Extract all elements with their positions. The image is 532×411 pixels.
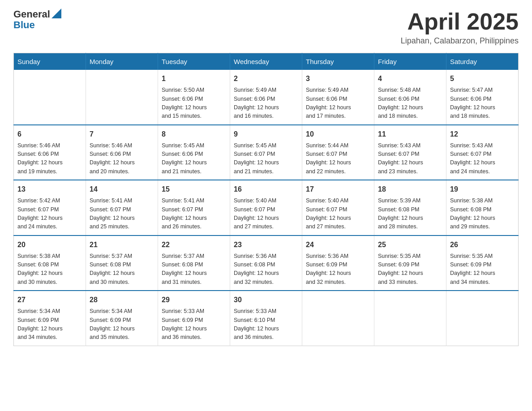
day-info: Sunrise: 5:49 AM Sunset: 6:06 PM Dayligh…	[234, 86, 298, 121]
day-number: 27	[17, 295, 82, 305]
calendar-cell: 27Sunrise: 5:34 AM Sunset: 6:09 PM Dayli…	[14, 291, 86, 346]
day-info: Sunrise: 5:40 AM Sunset: 6:07 PM Dayligh…	[306, 197, 370, 231]
month-title: April 2025	[401, 9, 519, 34]
calendar-cell: 16Sunrise: 5:40 AM Sunset: 6:07 PM Dayli…	[230, 180, 302, 235]
logo-general-text: General	[13, 9, 50, 20]
day-info: Sunrise: 5:33 AM Sunset: 6:09 PM Dayligh…	[162, 307, 226, 342]
day-number: 25	[378, 240, 442, 250]
calendar-cell: 29Sunrise: 5:33 AM Sunset: 6:09 PM Dayli…	[158, 291, 230, 346]
day-number: 6	[17, 129, 82, 140]
day-info: Sunrise: 5:37 AM Sunset: 6:08 PM Dayligh…	[162, 252, 226, 287]
day-number: 23	[234, 240, 298, 250]
logo-blue-text: Blue	[13, 19, 35, 30]
day-number: 22	[162, 240, 226, 250]
day-number: 2	[234, 73, 298, 84]
day-number: 16	[234, 184, 298, 195]
calendar-cell: 21Sunrise: 5:37 AM Sunset: 6:08 PM Dayli…	[86, 235, 158, 291]
calendar-cell: 5Sunrise: 5:47 AM Sunset: 6:06 PM Daylig…	[446, 70, 519, 125]
day-info: Sunrise: 5:34 AM Sunset: 6:09 PM Dayligh…	[90, 307, 154, 342]
svg-marker-0	[51, 9, 61, 18]
day-of-week-header: Monday	[86, 53, 158, 70]
day-info: Sunrise: 5:45 AM Sunset: 6:07 PM Dayligh…	[234, 141, 298, 176]
day-number: 18	[378, 184, 442, 195]
day-info: Sunrise: 5:43 AM Sunset: 6:07 PM Dayligh…	[378, 141, 442, 176]
day-number: 30	[234, 295, 298, 305]
day-number: 11	[378, 129, 442, 140]
day-number: 8	[162, 129, 226, 140]
calendar-cell: 18Sunrise: 5:39 AM Sunset: 6:08 PM Dayli…	[374, 180, 446, 235]
day-number: 29	[162, 295, 226, 305]
logo-triangle-icon	[51, 9, 61, 18]
day-number: 28	[90, 295, 154, 305]
calendar-cell	[446, 291, 519, 346]
calendar-week-row: 27Sunrise: 5:34 AM Sunset: 6:09 PM Dayli…	[14, 291, 519, 346]
day-info: Sunrise: 5:46 AM Sunset: 6:06 PM Dayligh…	[17, 141, 82, 176]
calendar-week-row: 20Sunrise: 5:38 AM Sunset: 6:08 PM Dayli…	[14, 235, 519, 291]
calendar-cell: 28Sunrise: 5:34 AM Sunset: 6:09 PM Dayli…	[86, 291, 158, 346]
day-of-week-header: Thursday	[302, 53, 374, 70]
day-number: 12	[450, 129, 515, 140]
calendar-cell: 24Sunrise: 5:36 AM Sunset: 6:09 PM Dayli…	[302, 235, 374, 291]
day-info: Sunrise: 5:42 AM Sunset: 6:07 PM Dayligh…	[17, 197, 82, 231]
day-info: Sunrise: 5:39 AM Sunset: 6:08 PM Dayligh…	[378, 197, 442, 231]
day-number: 20	[17, 240, 82, 250]
day-info: Sunrise: 5:38 AM Sunset: 6:08 PM Dayligh…	[450, 197, 515, 231]
calendar-cell: 19Sunrise: 5:38 AM Sunset: 6:08 PM Dayli…	[446, 180, 519, 235]
day-number: 3	[306, 73, 370, 84]
calendar-cell: 13Sunrise: 5:42 AM Sunset: 6:07 PM Dayli…	[14, 180, 86, 235]
day-info: Sunrise: 5:41 AM Sunset: 6:07 PM Dayligh…	[162, 197, 226, 231]
day-of-week-header: Friday	[374, 53, 446, 70]
calendar-week-row: 13Sunrise: 5:42 AM Sunset: 6:07 PM Dayli…	[14, 180, 519, 235]
day-of-week-header: Sunday	[14, 53, 86, 70]
day-info: Sunrise: 5:33 AM Sunset: 6:10 PM Dayligh…	[234, 307, 298, 342]
calendar-cell: 12Sunrise: 5:43 AM Sunset: 6:07 PM Dayli…	[446, 125, 519, 180]
page-header: General Blue April 2025 Lipahan, Calabar…	[13, 9, 519, 46]
calendar-cell: 9Sunrise: 5:45 AM Sunset: 6:07 PM Daylig…	[230, 125, 302, 180]
calendar-cell: 7Sunrise: 5:46 AM Sunset: 6:06 PM Daylig…	[86, 125, 158, 180]
day-info: Sunrise: 5:49 AM Sunset: 6:06 PM Dayligh…	[306, 86, 370, 121]
day-info: Sunrise: 5:44 AM Sunset: 6:07 PM Dayligh…	[306, 141, 370, 176]
day-number: 4	[378, 73, 442, 84]
calendar-cell: 26Sunrise: 5:35 AM Sunset: 6:09 PM Dayli…	[446, 235, 519, 291]
day-number: 26	[450, 240, 515, 250]
day-info: Sunrise: 5:36 AM Sunset: 6:08 PM Dayligh…	[234, 252, 298, 287]
calendar-cell: 30Sunrise: 5:33 AM Sunset: 6:10 PM Dayli…	[230, 291, 302, 346]
day-number: 13	[17, 184, 82, 195]
calendar-cell: 15Sunrise: 5:41 AM Sunset: 6:07 PM Dayli…	[158, 180, 230, 235]
calendar-cell: 1Sunrise: 5:50 AM Sunset: 6:06 PM Daylig…	[158, 70, 230, 125]
day-info: Sunrise: 5:35 AM Sunset: 6:09 PM Dayligh…	[450, 252, 515, 287]
day-info: Sunrise: 5:38 AM Sunset: 6:08 PM Dayligh…	[17, 252, 82, 287]
day-number: 17	[306, 184, 370, 195]
day-number: 15	[162, 184, 226, 195]
calendar-cell: 14Sunrise: 5:41 AM Sunset: 6:07 PM Dayli…	[86, 180, 158, 235]
day-number: 7	[90, 129, 154, 140]
calendar-header-row: SundayMondayTuesdayWednesdayThursdayFrid…	[14, 53, 519, 70]
day-number: 10	[306, 129, 370, 140]
day-info: Sunrise: 5:36 AM Sunset: 6:09 PM Dayligh…	[306, 252, 370, 287]
calendar-cell: 10Sunrise: 5:44 AM Sunset: 6:07 PM Dayli…	[302, 125, 374, 180]
day-info: Sunrise: 5:35 AM Sunset: 6:09 PM Dayligh…	[378, 252, 442, 287]
calendar-cell: 22Sunrise: 5:37 AM Sunset: 6:08 PM Dayli…	[158, 235, 230, 291]
calendar-cell: 11Sunrise: 5:43 AM Sunset: 6:07 PM Dayli…	[374, 125, 446, 180]
day-info: Sunrise: 5:37 AM Sunset: 6:08 PM Dayligh…	[90, 252, 154, 287]
day-info: Sunrise: 5:41 AM Sunset: 6:07 PM Dayligh…	[90, 197, 154, 231]
day-of-week-header: Tuesday	[158, 53, 230, 70]
day-info: Sunrise: 5:34 AM Sunset: 6:09 PM Dayligh…	[17, 307, 82, 342]
day-info: Sunrise: 5:40 AM Sunset: 6:07 PM Dayligh…	[234, 197, 298, 231]
calendar-week-row: 6Sunrise: 5:46 AM Sunset: 6:06 PM Daylig…	[14, 125, 519, 180]
title-block: April 2025 Lipahan, Calabarzon, Philippi…	[401, 9, 519, 46]
day-number: 1	[162, 73, 226, 84]
calendar-cell: 6Sunrise: 5:46 AM Sunset: 6:06 PM Daylig…	[14, 125, 86, 180]
calendar-week-row: 1Sunrise: 5:50 AM Sunset: 6:06 PM Daylig…	[14, 70, 519, 125]
day-number: 24	[306, 240, 370, 250]
day-info: Sunrise: 5:50 AM Sunset: 6:06 PM Dayligh…	[162, 86, 226, 121]
day-number: 5	[450, 73, 515, 84]
calendar-cell: 2Sunrise: 5:49 AM Sunset: 6:06 PM Daylig…	[230, 70, 302, 125]
day-number: 9	[234, 129, 298, 140]
location: Lipahan, Calabarzon, Philippines	[401, 36, 519, 46]
calendar-cell	[86, 70, 158, 125]
day-number: 21	[90, 240, 154, 250]
day-number: 19	[450, 184, 515, 195]
calendar-cell: 4Sunrise: 5:48 AM Sunset: 6:06 PM Daylig…	[374, 70, 446, 125]
calendar-table: SundayMondayTuesdayWednesdayThursdayFrid…	[13, 53, 519, 346]
